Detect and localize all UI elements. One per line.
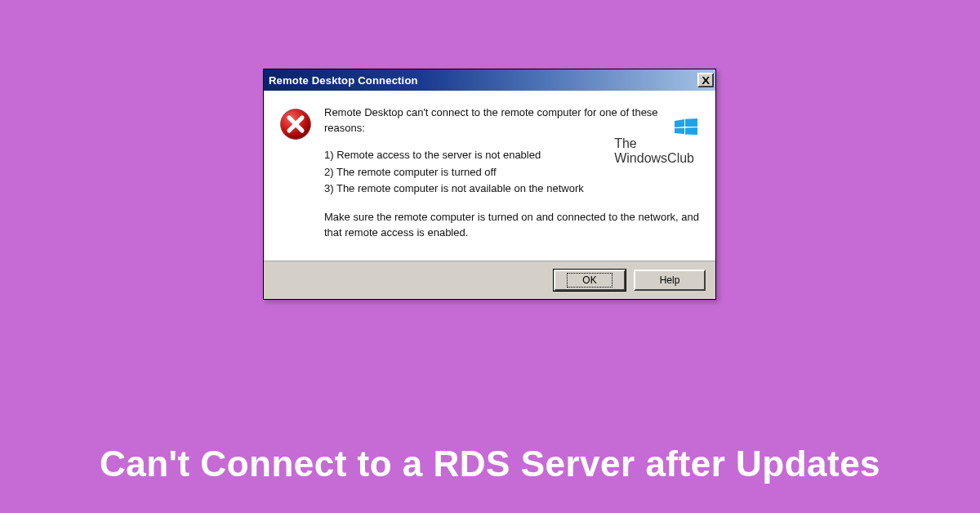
help-button[interactable]: Help (634, 270, 706, 291)
reason-3: 3) The remote computer is not available … (324, 181, 701, 197)
ok-button-label: OK (567, 273, 612, 288)
dialog-title: Remote Desktop Connection (269, 74, 418, 87)
stage: Remote Desktop Connection X (0, 0, 980, 513)
watermark: The WindowsClub (614, 136, 694, 167)
svg-marker-4 (675, 119, 684, 127)
reason-2: 2) The remote computer is turned off (324, 165, 701, 181)
error-icon (278, 107, 313, 141)
remote-desktop-error-dialog: Remote Desktop Connection X (263, 69, 716, 300)
error-advice: Make sure the remote computer is turned … (324, 210, 701, 241)
watermark-line-1: The (614, 136, 694, 151)
help-button-label: Help (660, 274, 680, 286)
svg-marker-6 (675, 128, 684, 135)
ok-button[interactable]: OK (554, 270, 626, 291)
titlebar[interactable]: Remote Desktop Connection X (264, 69, 715, 91)
dialog-footer: OK Help (264, 261, 715, 299)
windows-flag-icon (675, 118, 697, 135)
page-caption: Can't Connect to a RDS Server after Upda… (0, 444, 980, 484)
error-intro: Remote Desktop can't connect to the remo… (324, 105, 701, 136)
dialog-body: Remote Desktop can't connect to the remo… (264, 91, 715, 261)
svg-marker-7 (685, 127, 697, 135)
svg-marker-5 (685, 118, 697, 127)
dialog-message: Remote Desktop can't connect to the remo… (324, 105, 701, 241)
watermark-line-2: WindowsClub (614, 151, 694, 166)
close-button[interactable]: X (697, 73, 714, 87)
close-icon: X (702, 75, 710, 86)
